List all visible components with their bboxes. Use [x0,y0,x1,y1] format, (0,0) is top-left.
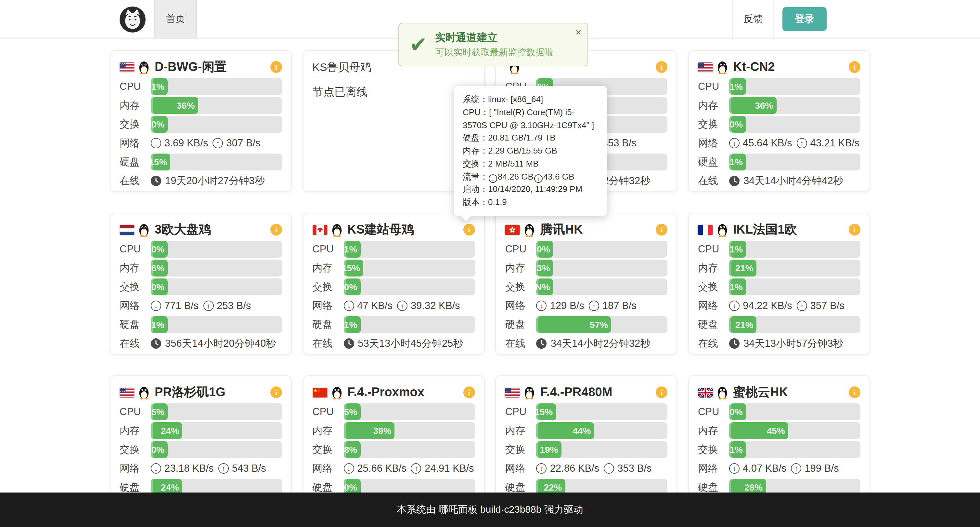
download-arrow-icon: ↓ [729,300,740,311]
swap-usage-bar-percent: 1% [729,444,743,455]
upload-speed: 357 B/s [810,300,845,311]
disk-usage-bar-percent: 11% [729,157,743,167]
server-name: 腾讯HK [540,221,656,238]
swap-usage-bar-percent: 19% [540,444,558,455]
stat-label: 交换 [505,280,536,294]
info-icon[interactable]: i [849,61,861,73]
linux-penguin-icon [331,223,343,236]
network-stats: ↓129 B/s↑187 B/s [536,300,668,311]
disk-usage-bar-percent: 24% [161,482,179,492]
disk-usage-bar-percent: 28% [745,482,763,492]
info-icon[interactable]: i [463,386,475,398]
uptime-stats: 34天14小时4分钟42秒 [729,174,861,188]
stat-label: 交换 [119,117,151,131]
disk-usage-bar-percent: 1% [151,319,164,330]
info-icon[interactable]: i [270,224,282,236]
stat-label: 网络 [698,299,729,313]
info-icon[interactable]: i [270,386,282,398]
stat-label: 交换 [312,280,344,294]
offline-status: 节点已离线 [312,85,475,99]
download-arrow-icon: ↓ [344,300,354,311]
stat-label: 在线 [698,174,729,188]
uptime-value: 34天14小时2分钟32秒 [551,337,651,350]
card-header: F.4.-Proxmoxi [312,384,475,401]
server-info-tooltip: 系统：linux- [x86_64]CPU：[ "Intel(R) Core(T… [454,86,607,216]
stat-row-net: 网络↓129 B/s↑187 B/s [505,297,668,314]
stat-row-uptime: 在线356天14小时20分钟40秒 [119,335,282,352]
stat-label: 硬盘 [698,318,729,332]
swap-usage-bar-percent: 0% [151,444,164,455]
cpu-usage-bar: 0% [729,403,861,420]
linux-penguin-icon [716,385,729,399]
network-stats: ↓4.07 KB/s↑199 B/s [729,463,861,474]
download-speed: 4.07 KB/s [743,463,786,474]
cpu-usage-bar: 1% [729,78,861,95]
download-arrow-icon: ↓ [489,175,497,183]
cpu-usage-bar: 5% [344,403,475,420]
cpu-usage-bar: 0% [536,241,668,258]
info-icon[interactable]: i [656,224,668,236]
tooltip-value: 2 MB/511 MB [488,159,539,169]
linux-penguin-icon [523,223,536,236]
linux-penguin-icon [138,223,150,236]
tooltip-label: 流量： [463,171,488,181]
nav-item-feedback[interactable]: 反馈 [732,0,774,38]
tooltip-label: CPU： [463,107,489,117]
info-icon[interactable]: i [270,61,282,73]
tooltip-row: 系统：linux- [x86_64] [463,93,598,106]
disk-usage-bar: 15% [151,153,282,171]
tooltip-label: 内存： [463,146,488,155]
uptime-stats: 19天20小时27分钟3秒 [151,174,282,188]
memory-usage-bar: 24% [151,422,282,439]
server-name: IKL法国1欧 [733,221,849,238]
upload-speed: 187 B/s [603,300,636,311]
close-icon[interactable]: ✕ [575,28,582,37]
stat-row-swap: 交换0% [698,116,861,133]
server-name: KS建站母鸡 [347,221,463,238]
upload-arrow-icon: ↑ [218,463,229,474]
server-name: Kt-CN2 [733,60,849,74]
stat-label: 内存 [312,261,344,275]
swap-usage-bar-percent: 0% [151,282,164,292]
stat-row-disk: 硬盘1% [119,316,282,333]
traffic-down-value: 84.26 GB [498,171,533,181]
info-icon[interactable]: i [849,224,861,236]
card-header: Kt-CN2i [698,59,861,75]
disk-usage-bar-percent: 57% [590,319,608,330]
login-button[interactable]: 登录 [783,7,827,31]
stat-label: 交换 [119,280,151,294]
server-card: D-BWG-闲置iCPU1%内存36%交换0%网络↓3.69 KB/s↑307 … [110,50,292,192]
info-icon[interactable]: i [656,386,668,398]
swap-usage-bar: 8% [344,441,475,458]
info-icon[interactable]: i [849,386,861,398]
download-arrow-icon: ↓ [151,138,161,149]
info-icon[interactable]: i [463,224,475,236]
cpu-usage-bar-percent: 5% [151,407,164,417]
stat-row-net: 网络↓4.07 KB/s↑199 B/s [698,460,861,477]
toast-body: 实时通道建立 可以实时获取最新监控数据啦 [435,31,554,58]
disk-usage-bar: 1% [344,316,475,333]
info-icon[interactable]: i [656,61,668,73]
upload-arrow-icon: ↑ [797,138,807,149]
site-logo-avatar[interactable] [119,6,146,32]
tooltip-value: 20.81 GB/1.79 TB [488,133,556,143]
memory-usage-bar: 45% [729,422,861,439]
network-stats: ↓25.66 KB/s↑24.91 KB/s [344,463,475,474]
swap-usage-bar: 0% [344,278,475,295]
stat-label: 网络 [312,462,344,475]
memory-usage-bar: 3% [536,260,668,276]
download-arrow-icon: ↓ [536,463,547,474]
upload-speed: 199 B/s [805,463,838,474]
swap-usage-bar: N% [536,278,668,295]
flag-ca-icon [312,225,327,235]
cpu-usage-bar-percent: 0% [537,244,550,254]
download-arrow-icon: ↓ [344,463,354,474]
swap-usage-bar-percent: N% [536,282,550,292]
stat-row-cpu: CPU5% [312,403,475,420]
nav-tab-home[interactable]: 首页 [154,0,197,38]
cpu-usage-bar: 5% [151,403,282,420]
clock-icon [344,338,354,349]
disk-usage-bar: 57% [536,316,668,333]
stat-row-cpu: CPU1% [698,78,861,95]
server-name: F.4.-Proxmox [347,385,463,399]
